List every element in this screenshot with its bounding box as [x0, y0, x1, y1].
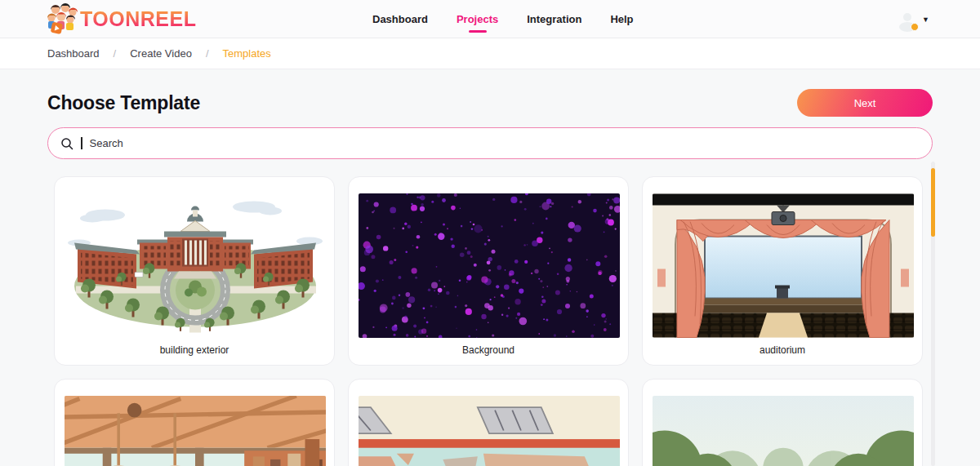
- scrollbar-track[interactable]: [931, 162, 935, 466]
- cafe-interior-illustration: [65, 396, 326, 466]
- template-grid: building exterior Background: [54, 176, 933, 466]
- breadcrumb-dashboard[interactable]: Dashboard: [47, 47, 100, 60]
- nav-dashboard[interactable]: Dashboard: [372, 13, 428, 25]
- user-menu[interactable]: ▼: [898, 0, 929, 38]
- template-card-cafe-interior[interactable]: [54, 379, 335, 466]
- breadcrumb-separator: /: [114, 47, 117, 60]
- search-input[interactable]: [90, 137, 920, 149]
- brand-logo[interactable]: TOONREEL: [46, 2, 196, 35]
- nav-help[interactable]: Help: [610, 13, 633, 25]
- template-label: auditorium: [653, 344, 912, 356]
- breadcrumb-create-video[interactable]: Create Video: [130, 47, 192, 60]
- breadcrumb-separator: /: [206, 47, 209, 60]
- search-icon: [60, 137, 74, 150]
- search-bar[interactable]: [47, 127, 933, 159]
- breadcrumb-templates[interactable]: Templates: [223, 47, 271, 60]
- chevron-down-icon: ▼: [922, 16, 929, 24]
- text-cursor: [81, 137, 82, 149]
- main-content: Choose Template Next: [0, 89, 980, 466]
- status-dot: [911, 23, 919, 31]
- nav-projects[interactable]: Projects: [457, 13, 498, 25]
- template-card-background[interactable]: Background: [348, 176, 629, 366]
- purple-dots-canvas: [359, 193, 620, 338]
- template-card-park-fountain[interactable]: [642, 379, 923, 466]
- nav-integration[interactable]: Integration: [527, 13, 581, 25]
- page-title: Choose Template: [47, 92, 200, 114]
- brand-logo-icon: [46, 2, 78, 35]
- campus-illustration: [65, 193, 326, 338]
- world-map-room-illustration: [359, 396, 620, 466]
- app-header: TOONREEL Dashboard Projects Integration …: [0, 0, 980, 38]
- scrollbar-thumb[interactable]: [931, 168, 935, 237]
- template-card-auditorium[interactable]: auditorium: [642, 176, 923, 366]
- template-card-building-exterior[interactable]: building exterior: [54, 176, 335, 366]
- template-card-world-map-room[interactable]: [348, 379, 629, 466]
- auditorium-illustration: [653, 193, 914, 338]
- template-label: Background: [359, 344, 618, 356]
- breadcrumb: Dashboard / Create Video / Templates: [0, 38, 980, 69]
- brand-logo-text: TOONREEL: [80, 7, 196, 31]
- next-button[interactable]: Next: [797, 89, 933, 117]
- park-fountain-illustration: [653, 396, 914, 466]
- template-label: building exterior: [65, 344, 324, 356]
- main-nav: Dashboard Projects Integration Help: [372, 0, 634, 38]
